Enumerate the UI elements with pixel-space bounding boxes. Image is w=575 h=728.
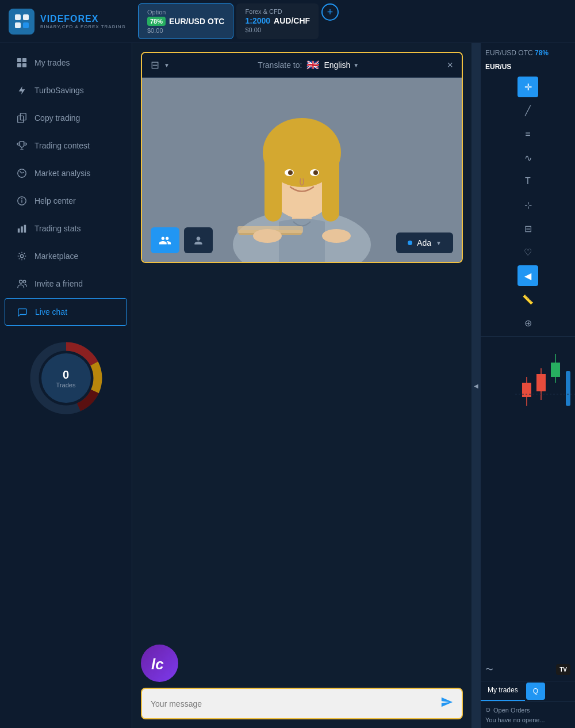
video-controls-left [151,227,213,253]
sidebar-label-copy-trading: Copy trading [34,113,80,123]
right-pair-label: EUR/USD OTC [485,49,533,57]
sidebar-item-invite-friend[interactable]: Invite a friend [5,270,127,297]
logo-text: VIDEFOREX BINARY,CFD & FOREX TRADING [40,14,126,29]
sidebar-item-my-trades[interactable]: My trades [5,49,127,76]
single-video-button[interactable] [184,227,213,253]
forex-price: $0.00 [245,26,261,33]
svg-rect-18 [24,225,26,233]
right-pair-info: EUR/US [481,60,575,74]
grid-icon [16,57,28,68]
info-icon [16,195,28,207]
message-input[interactable] [151,699,440,708]
dropdown-icon[interactable]: ▼ [164,62,170,68]
tool-crosshair-button[interactable]: ✛ [518,77,538,97]
chat-popup: ⊟ ▼ Translate to: 🇬🇧 English ▼ × [141,52,463,263]
svg-rect-17 [21,226,23,232]
chart-icon [16,167,28,179]
svg-point-19 [20,254,23,257]
sidebar-item-trading-contest[interactable]: Trading contest [5,132,127,159]
flag-icon: 🇬🇧 [306,59,319,71]
panel-collapse-button[interactable]: ◀ [471,43,480,728]
right-percentage: 78% [535,49,549,57]
agent-chevron-icon: ▼ [436,240,442,246]
tool-line-button[interactable]: ╱ [518,100,538,121]
svg-rect-32 [264,153,282,222]
message-input-area [141,688,463,719]
sidebar-item-trading-stats[interactable]: Trading stats [5,215,127,242]
popup-left-controls: ⊟ ▼ [151,59,170,71]
svg-rect-33 [322,153,339,222]
logo-subtitle: BINARY,CFD & FOREX TRADING [40,24,126,29]
my-trades-tab[interactable]: My trades [481,681,525,701]
open-orders-label: ⊙ Open Orders [485,706,570,714]
svg-rect-4 [17,58,21,62]
sidebar-item-marketplace[interactable]: Marketplace [5,243,127,269]
sidebar-item-copy-trading[interactable]: Copy trading [5,105,127,131]
forex-tab-label: Forex & CFD [245,8,282,15]
chat-messages[interactable] [132,272,471,728]
sidebar-label-turbo-savings: TurboSavings [34,86,84,95]
main-content: My trades TurboSavings Copy trading Trad… [0,43,575,728]
tool-lines-button[interactable]: ≡ [518,124,538,144]
svg-rect-0 [15,14,21,20]
send-button[interactable] [440,696,453,711]
sidebar-item-help-center[interactable]: Help center [5,188,127,214]
group-video-button[interactable] [151,227,179,253]
svg-rect-50 [566,371,570,406]
agent-name-selector[interactable]: Ada ▼ [396,232,453,253]
tool-text-button[interactable]: T [518,171,538,192]
user-avatar[interactable]: lc [141,645,178,682]
svg-rect-1 [23,14,29,20]
option-price: $0.00 [147,27,163,34]
svg-rect-47 [536,374,546,391]
right-panel-header: EUR/USD OTC 78% [481,43,575,60]
option-pair: EUR/USD OTC [169,17,224,26]
sidebar-item-market-analysis[interactable]: Market analysis [5,160,127,186]
tool-curve-button[interactable]: ∿ [518,147,538,168]
option-badge: 78% [147,17,166,26]
tool-heart-button[interactable]: ♡ [518,242,538,262]
chat-area: ⊟ ▼ Translate to: 🇬🇧 English ▼ × [132,43,471,728]
forex-ratio: 1:2000 [245,16,270,25]
users-icon [16,278,28,289]
logo-name: VIDEFOREX [40,14,126,24]
close-popup-button[interactable]: × [447,59,453,71]
svg-rect-45 [551,363,560,377]
add-tab-button[interactable]: + [321,3,339,21]
gear-icon [16,250,28,262]
svg-point-20 [20,280,22,283]
logo-icon [9,9,34,35]
q-tab[interactable]: Q [526,683,545,700]
chat-popup-header: ⊟ ▼ Translate to: 🇬🇧 English ▼ × [142,53,462,78]
lightning-icon [16,85,28,96]
agent-status-dot [408,241,412,245]
svg-rect-5 [22,58,26,62]
svg-rect-7 [22,63,26,67]
forex-tab[interactable]: Forex & CFD 1:2000 AUD/CHF $0.00 [236,3,319,39]
forex-tab-content: 1:2000 AUD/CHF [245,16,310,25]
sidebar-item-live-chat[interactable]: Live chat [5,298,127,326]
option-tab-label: Option [147,9,166,16]
language-selector[interactable]: English ▼ [324,60,359,70]
window-icon[interactable]: ⊟ [151,59,159,71]
tradingview-logo: TV [556,664,570,675]
tool-zoom-button[interactable]: ⊕ [518,312,538,333]
sidebar-item-turbo-savings[interactable]: TurboSavings [5,77,127,104]
sidebar-label-market-analysis: Market analysis [34,169,90,178]
option-tab[interactable]: Option 78% EUR/USD OTC $0.00 [138,3,233,39]
tool-collapse-right-button[interactable]: ◀ [518,265,538,286]
tool-ruler-button[interactable]: 📏 [518,289,538,310]
trades-count: 0 [56,368,76,382]
svg-rect-16 [18,228,20,232]
tool-slider-button[interactable]: ⊟ [518,218,538,239]
trades-label: Trades [56,382,76,388]
header-tabs: Option 78% EUR/USD OTC $0.00 Forex & CFD… [132,3,339,39]
svg-point-21 [23,280,26,283]
right-pair-text: EUR/US [485,63,511,71]
svg-point-41 [322,229,351,243]
chart-area: TV 〜 [481,337,575,681]
svg-point-36 [288,170,293,175]
tool-node-button[interactable]: ⊹ [518,195,538,215]
right-panel: EUR/USD OTC 78% EUR/US ✛ ╱ ≡ ∿ T ⊹ ⊟ ♡ ◀… [480,43,575,728]
svg-text:lc: lc [151,655,164,673]
